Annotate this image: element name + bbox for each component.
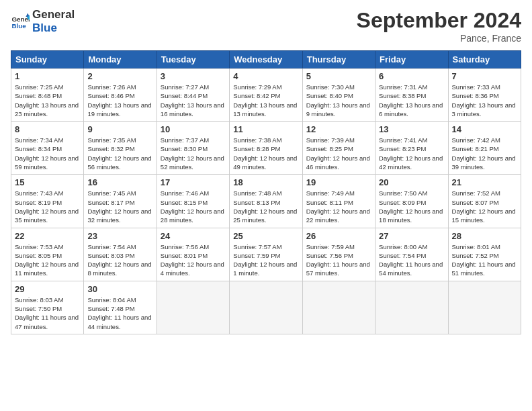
day-number: 29	[15, 284, 80, 294]
table-cell: 25Sunrise: 7:57 AMSunset: 7:59 PMDayligh…	[230, 228, 302, 281]
table-cell	[375, 281, 448, 334]
day-number: 2	[87, 71, 152, 81]
day-info: Sunrise: 8:00 AMSunset: 7:54 PMDaylight:…	[379, 242, 444, 278]
day-info: Sunrise: 7:31 AMSunset: 8:38 PMDaylight:…	[379, 83, 444, 118]
table-cell	[302, 281, 375, 334]
day-info: Sunrise: 8:01 AMSunset: 7:52 PMDaylight:…	[452, 242, 517, 278]
logo-general: General	[32, 8, 75, 21]
day-info: Sunrise: 7:39 AMSunset: 8:25 PMDaylight:…	[306, 136, 371, 171]
table-cell: 14Sunrise: 7:42 AMSunset: 8:21 PMDayligh…	[448, 122, 521, 175]
col-sunday: Sunday	[11, 51, 84, 68]
day-number: 9	[87, 124, 152, 134]
logo: General Blue General Blue	[11, 8, 75, 34]
day-number: 1	[15, 71, 80, 81]
day-info: Sunrise: 7:26 AMSunset: 8:46 PMDaylight:…	[87, 83, 152, 118]
table-cell: 29Sunrise: 8:03 AMSunset: 7:50 PMDayligh…	[11, 281, 84, 334]
table-cell: 15Sunrise: 7:43 AMSunset: 8:19 PMDayligh…	[11, 175, 84, 228]
col-thursday: Thursday	[302, 51, 375, 68]
table-cell: 24Sunrise: 7:56 AMSunset: 8:01 PMDayligh…	[157, 228, 229, 281]
table-cell: 2Sunrise: 7:26 AMSunset: 8:46 PMDaylight…	[84, 68, 157, 122]
day-number: 6	[379, 71, 444, 81]
table-cell: 17Sunrise: 7:46 AMSunset: 8:15 PMDayligh…	[157, 175, 229, 228]
day-number: 17	[161, 177, 226, 187]
day-info: Sunrise: 7:52 AMSunset: 8:07 PMDaylight:…	[452, 189, 517, 224]
table-row: 15Sunrise: 7:43 AMSunset: 8:19 PMDayligh…	[11, 175, 521, 228]
day-number: 7	[452, 71, 517, 81]
col-monday: Monday	[84, 51, 157, 68]
day-number: 18	[233, 177, 298, 187]
table-cell: 27Sunrise: 8:00 AMSunset: 7:54 PMDayligh…	[375, 228, 448, 281]
svg-text:Blue: Blue	[11, 21, 26, 29]
day-number: 15	[15, 177, 80, 187]
page-container: General Blue General Blue September 2024…	[0, 0, 532, 340]
calendar-header-row: Sunday Monday Tuesday Wednesday Thursday…	[11, 51, 521, 68]
day-number: 24	[161, 231, 226, 241]
table-cell: 16Sunrise: 7:45 AMSunset: 8:17 PMDayligh…	[84, 175, 157, 228]
table-cell	[157, 281, 229, 334]
day-info: Sunrise: 7:43 AMSunset: 8:19 PMDaylight:…	[15, 189, 80, 224]
table-cell: 7Sunrise: 7:33 AMSunset: 8:36 PMDaylight…	[448, 68, 521, 122]
table-cell: 13Sunrise: 7:41 AMSunset: 8:23 PMDayligh…	[375, 122, 448, 175]
day-info: Sunrise: 7:57 AMSunset: 7:59 PMDaylight:…	[233, 242, 298, 278]
page-header: General Blue General Blue September 2024…	[11, 8, 521, 44]
day-number: 5	[306, 71, 371, 81]
table-cell: 18Sunrise: 7:48 AMSunset: 8:13 PMDayligh…	[230, 175, 302, 228]
day-info: Sunrise: 7:59 AMSunset: 7:56 PMDaylight:…	[306, 242, 371, 278]
month-title: September 2024	[357, 8, 521, 33]
day-info: Sunrise: 7:53 AMSunset: 8:05 PMDaylight:…	[15, 242, 80, 278]
day-number: 20	[379, 177, 444, 187]
day-number: 4	[233, 71, 298, 81]
day-number: 8	[15, 124, 80, 134]
day-info: Sunrise: 8:04 AMSunset: 7:48 PMDaylight:…	[87, 295, 152, 331]
day-number: 25	[233, 231, 298, 241]
day-info: Sunrise: 7:34 AMSunset: 8:34 PMDaylight:…	[15, 136, 80, 171]
day-info: Sunrise: 7:25 AMSunset: 8:48 PMDaylight:…	[15, 83, 80, 118]
day-number: 10	[161, 124, 226, 134]
table-cell: 22Sunrise: 7:53 AMSunset: 8:05 PMDayligh…	[11, 228, 84, 281]
col-saturday: Saturday	[448, 51, 521, 68]
day-number: 11	[233, 124, 298, 134]
day-number: 27	[379, 231, 444, 241]
day-info: Sunrise: 7:41 AMSunset: 8:23 PMDaylight:…	[379, 136, 444, 171]
table-cell: 21Sunrise: 7:52 AMSunset: 8:07 PMDayligh…	[448, 175, 521, 228]
day-info: Sunrise: 7:29 AMSunset: 8:42 PMDaylight:…	[233, 83, 298, 118]
day-info: Sunrise: 7:37 AMSunset: 8:30 PMDaylight:…	[161, 136, 226, 171]
day-info: Sunrise: 7:56 AMSunset: 8:01 PMDaylight:…	[161, 242, 226, 278]
day-info: Sunrise: 7:35 AMSunset: 8:32 PMDaylight:…	[87, 136, 152, 171]
table-cell: 9Sunrise: 7:35 AMSunset: 8:32 PMDaylight…	[84, 122, 157, 175]
day-number: 16	[87, 177, 152, 187]
table-row: 1Sunrise: 7:25 AMSunset: 8:48 PMDaylight…	[11, 68, 521, 122]
day-number: 14	[452, 124, 517, 134]
day-number: 22	[15, 231, 80, 241]
table-cell: 8Sunrise: 7:34 AMSunset: 8:34 PMDaylight…	[11, 122, 84, 175]
day-number: 19	[306, 177, 371, 187]
table-cell: 1Sunrise: 7:25 AMSunset: 8:48 PMDaylight…	[11, 68, 84, 122]
table-cell: 19Sunrise: 7:49 AMSunset: 8:11 PMDayligh…	[302, 175, 375, 228]
table-cell: 26Sunrise: 7:59 AMSunset: 7:56 PMDayligh…	[302, 228, 375, 281]
col-wednesday: Wednesday	[230, 51, 302, 68]
logo-blue: Blue	[32, 21, 75, 35]
day-info: Sunrise: 7:45 AMSunset: 8:17 PMDaylight:…	[87, 189, 152, 224]
col-friday: Friday	[375, 51, 448, 68]
day-number: 23	[87, 231, 152, 241]
day-info: Sunrise: 7:38 AMSunset: 8:28 PMDaylight:…	[233, 136, 298, 171]
table-cell: 6Sunrise: 7:31 AMSunset: 8:38 PMDaylight…	[375, 68, 448, 122]
day-number: 21	[452, 177, 517, 187]
day-info: Sunrise: 7:49 AMSunset: 8:11 PMDaylight:…	[306, 189, 371, 224]
table-cell: 23Sunrise: 7:54 AMSunset: 8:03 PMDayligh…	[84, 228, 157, 281]
table-row: 22Sunrise: 7:53 AMSunset: 8:05 PMDayligh…	[11, 228, 521, 281]
table-cell: 28Sunrise: 8:01 AMSunset: 7:52 PMDayligh…	[448, 228, 521, 281]
day-info: Sunrise: 7:50 AMSunset: 8:09 PMDaylight:…	[379, 189, 444, 224]
day-number: 30	[87, 284, 152, 294]
table-cell: 12Sunrise: 7:39 AMSunset: 8:25 PMDayligh…	[302, 122, 375, 175]
table-cell: 10Sunrise: 7:37 AMSunset: 8:30 PMDayligh…	[157, 122, 229, 175]
day-number: 12	[306, 124, 371, 134]
col-tuesday: Tuesday	[157, 51, 229, 68]
title-block: September 2024 Pance, France	[357, 8, 521, 44]
day-info: Sunrise: 7:48 AMSunset: 8:13 PMDaylight:…	[233, 189, 298, 224]
day-info: Sunrise: 7:54 AMSunset: 8:03 PMDaylight:…	[87, 242, 152, 278]
table-cell: 4Sunrise: 7:29 AMSunset: 8:42 PMDaylight…	[230, 68, 302, 122]
table-cell: 11Sunrise: 7:38 AMSunset: 8:28 PMDayligh…	[230, 122, 302, 175]
table-row: 8Sunrise: 7:34 AMSunset: 8:34 PMDaylight…	[11, 122, 521, 175]
day-number: 13	[379, 124, 444, 134]
